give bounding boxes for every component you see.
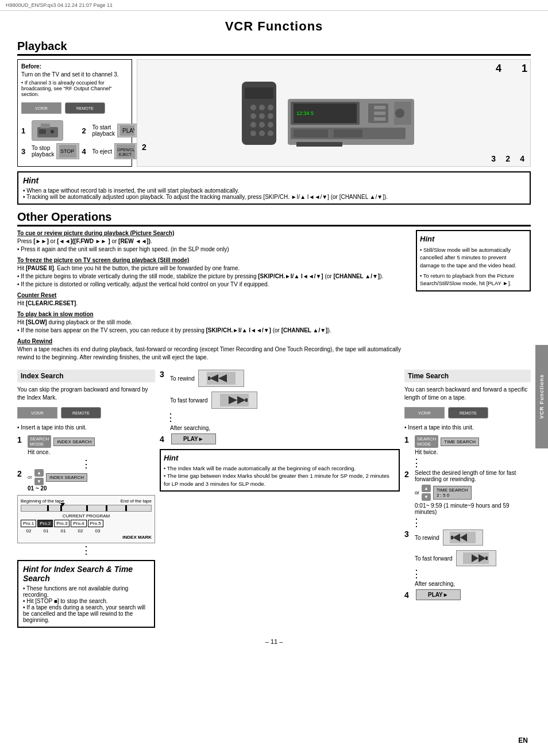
time-rewind-label: To rewind — [415, 535, 439, 541]
file-info: H9800UD_EN/SP.qx3 04.12.24 21:07 Page 11 — [6, 2, 113, 8]
counter-reset-title: Counter Reset — [17, 292, 410, 298]
end-label: End of the tape — [121, 498, 152, 504]
index-hint-title: Hint — [164, 453, 396, 463]
time-arrow-down-3: ⋮ — [411, 569, 531, 579]
svg-rect-36 — [294, 129, 328, 137]
index-step-3-group: 3 To rewind — [160, 370, 400, 409]
pro4-box: Pro.4 — [71, 520, 86, 527]
svg-point-14 — [259, 105, 265, 110]
time-down-btn: ▼ — [422, 493, 431, 501]
search-mode-btn: SEARCHMODE — [28, 435, 51, 448]
beginning-label: Beginning of the tape — [21, 498, 64, 504]
svg-rect-32 — [374, 117, 385, 121]
before-text: Turn on the TV and set it to channel 3. — [21, 71, 128, 78]
step-2-label: To startplayback — [92, 124, 114, 137]
time-step-2-desc: Select the desired length of time for fa… — [415, 470, 531, 482]
playback-steps: 1 2 To — [21, 120, 128, 159]
index-insert-text: • Insert a tape into this unit. — [17, 424, 155, 432]
index-diagram: Beginning of the tape End of the tape CU… — [17, 495, 155, 543]
time-search-column: Time Search You can search backward and … — [404, 370, 531, 628]
svg-rect-50 — [451, 536, 453, 539]
time-ff-item: To fast forward — [415, 550, 496, 566]
down-arrow-btn: ▼ — [34, 478, 44, 485]
hint-index-time-b2: • Hit [STOP ■] to stop the search. — [23, 598, 149, 604]
program-num-row: 02 01 01 02 03 — [21, 528, 152, 534]
vcr-svg: 12:34 5 — [236, 70, 431, 156]
playback-hint-box: Hint • When a tape without record tab is… — [17, 171, 531, 205]
file-bar: H9800UD_EN/SP.qx3 04.12.24 21:07 Page 11 — [0, 0, 548, 11]
index-after-searching: After searching, — [170, 425, 400, 431]
time-search-display: TIME SEARCH2 : 5 0 — [433, 486, 472, 500]
picture-search-section: To cue or review picture during playback… — [17, 230, 410, 254]
ops-hint-bullet-2: • To return to playback from the Picture… — [420, 272, 527, 287]
time-ff-icon — [456, 550, 496, 566]
time-ff-label: To fast forward — [415, 555, 453, 562]
index-step-4: 4 PLAY► — [160, 433, 400, 444]
hint-index-time-title: Hint for Index Search & Time Search — [23, 565, 149, 583]
ops-hint-title: Hint — [420, 234, 527, 244]
to-rewind-label: To rewind — [170, 375, 195, 382]
index-search-btn-label: INDEX SEARCH — [53, 438, 95, 446]
time-play-btn: PLAY► — [416, 589, 461, 600]
svg-rect-31 — [374, 112, 385, 115]
vcr-functions-sidebar: VCR Functions — [535, 345, 548, 448]
still-mode-text: Hit [PAUSE II]. Each time you hit the bu… — [17, 264, 410, 289]
svg-rect-1 — [41, 124, 50, 128]
svg-point-15 — [268, 105, 273, 110]
index-description: You can skip the program backward and fo… — [17, 386, 155, 402]
playback-hint-bullet-2: • Tracking will be automatically adjuste… — [23, 194, 525, 200]
to-rewind-item: To rewind — [170, 370, 257, 387]
counter-reset-section: Counter Reset Hit [CLEAR/C.RESET]. — [17, 292, 410, 308]
counter-reset-text: Hit [CLEAR/C.RESET]. — [17, 300, 410, 308]
playback-section: Playback Before: Turn on the TV and set … — [17, 40, 531, 205]
svg-point-21 — [268, 122, 273, 128]
time-step-1-label: Hit twice. — [415, 449, 479, 455]
time-search-title: Time Search — [408, 372, 527, 380]
or-text-2: or — [415, 490, 419, 496]
stop-button-icon: STOP — [56, 143, 79, 159]
svg-rect-38 — [296, 142, 342, 147]
before-box: Before: Turn on the TV and set it to cha… — [17, 59, 132, 167]
other-ops-title: Other Operations — [17, 210, 531, 227]
step-4-label: To eject — [92, 148, 111, 155]
index-hint-b1: • The Index Mark will be made automatica… — [164, 465, 396, 472]
up-arrow-btn: ▲ — [34, 469, 44, 477]
time-rewind-icon — [443, 529, 483, 546]
still-mode-title: To freeze the picture on TV screen durin… — [17, 257, 410, 263]
svg-rect-42 — [208, 377, 210, 380]
time-step-1: 1 SEARCHMODE TIME SEARCH Hit twice. — [404, 435, 531, 455]
other-ops-section: Other Operations To cue or review pictur… — [17, 210, 531, 365]
svg-text:PLAY: PLAY — [122, 128, 134, 134]
svg-text:OPEN/CLOSE: OPEN/CLOSE — [117, 148, 135, 152]
step-2: 2 To startplayback PLAY — [82, 120, 137, 141]
index-step-2-range: 01 ~ 20 — [28, 485, 47, 492]
arrow-down-2: ⋮ — [17, 545, 155, 555]
svg-point-22 — [250, 131, 256, 136]
step-3-label: To stopplayback — [32, 145, 54, 158]
arrow-down-1: ⋮ — [17, 459, 155, 469]
time-range-label: 0:01~ 9:59 (1 minute~9 hours and 59 minu… — [415, 502, 531, 515]
auto-rewind-text: When a tape reaches its end during playb… — [17, 346, 410, 362]
time-after-searching: After searching, — [415, 581, 531, 587]
remote-icon-index: REMOTE — [61, 407, 101, 419]
svg-rect-12 — [245, 87, 273, 99]
en-label: EN — [518, 736, 528, 745]
ops-right: Hint • Still/Slow mode will be automatic… — [416, 230, 531, 365]
time-step-2: 2 Select the desired length of time for … — [404, 470, 531, 515]
svg-point-13 — [250, 105, 256, 110]
svg-rect-46 — [245, 398, 248, 402]
playback-hint-bullet-1: • When a tape without record tab is inse… — [23, 187, 525, 194]
vcr-icon-before: VCR/R — [21, 102, 61, 114]
index-search-btn2: INDEX SEARCH — [46, 473, 87, 482]
time-step-4: 4 PLAY► — [404, 589, 531, 600]
ops-left: To cue or review picture during playback… — [17, 230, 410, 365]
svg-rect-37 — [334, 129, 362, 137]
index-step-2: 2 or ▲ ▼ INDEX SEARCH 01 ~ 20 — [17, 469, 155, 492]
step-1: 1 — [21, 120, 79, 141]
eject-button-icon: OPEN/CLOSE EJECT — [114, 143, 137, 159]
pro3-box: Pro.3 — [54, 520, 70, 527]
remote-icon-before: REMOTE — [65, 102, 105, 114]
pro5-box: Pro.5 — [88, 520, 103, 527]
playback-top: Before: Turn on the TV and set it to cha… — [17, 59, 531, 167]
svg-point-20 — [259, 122, 265, 128]
